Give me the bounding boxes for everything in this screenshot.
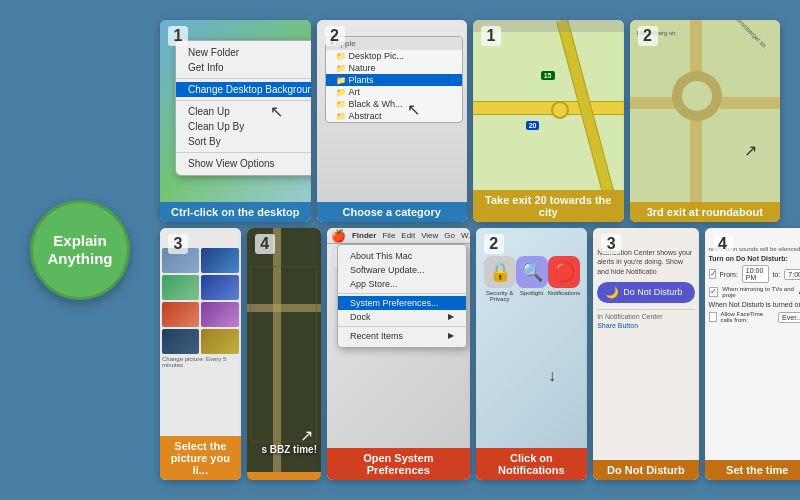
apple-app-store[interactable]: App Store... <box>338 277 466 291</box>
finder-item-3[interactable]: 📁 Art <box>326 86 463 98</box>
change-every-label: Change picture: Every 5 minutes <box>162 356 239 368</box>
cell-label-set-time: Set the time <box>705 460 800 480</box>
cell-notifications: 2 🔒 Security & Privacy 🔍 Spotlight <box>476 228 588 480</box>
cell-set-time: 4 notification sounds will be silenced. … <box>705 228 800 480</box>
menubar-w[interactable]: W... <box>461 231 470 240</box>
cell-label-bbq <box>247 472 321 480</box>
finder-item-1[interactable]: 📁 Nature <box>326 62 463 74</box>
map-sign-15: 15 <box>541 71 555 80</box>
cell-roundabout: Bromberger str. Häckelberg str. ↗ 2 3rd … <box>630 20 781 222</box>
spotlight-icon-item[interactable]: 🔍 Spotlight <box>516 256 548 302</box>
dnd-button[interactable]: 🌙 Do Not Disturb <box>597 282 694 303</box>
to-time-input[interactable]: 7:00 <box>784 269 800 280</box>
menu-sep3 <box>176 152 311 153</box>
from-time-input[interactable]: 10:00 PM <box>742 265 769 283</box>
facetime-option[interactable]: Ever... <box>778 312 800 323</box>
cell-map-exit: 15 20 1 Take exit 20 towards the city <box>473 20 624 222</box>
finder-item-0[interactable]: 📁 Desktop Pic... <box>326 50 463 62</box>
thumb-4[interactable] <box>201 275 238 300</box>
map-road-diag <box>556 20 620 217</box>
apple-sep2 <box>338 326 466 327</box>
menu-new-folder[interactable]: New Folder <box>176 45 311 60</box>
cell-dnd: 3 Notification Center shows your alerts … <box>593 228 698 480</box>
cell-number-5: 3 <box>168 234 188 254</box>
turnoff-label: When Not Disturb is turned on: <box>709 301 800 308</box>
apple-logo: 🍎 <box>331 229 346 243</box>
cursor-icon-5: ↓ <box>548 367 556 385</box>
cell-number-3: 1 <box>481 26 501 46</box>
menu-change-background[interactable]: Change Desktop Background... <box>176 82 311 97</box>
folder-icon: 📁 <box>336 52 346 61</box>
folder-icon-1: 📁 <box>336 64 346 73</box>
dnd-label: Turn on Do Not Disturb: <box>709 255 800 262</box>
explain-badge: Explain Anything <box>30 200 130 300</box>
finder-item-2[interactable]: 📁 Plants <box>326 74 463 86</box>
cell-number-6: 4 <box>255 234 275 254</box>
bbq-text: s BBZ time! <box>261 444 317 455</box>
menubar: 🍎 Finder File Edit View Go W... <box>327 228 470 244</box>
thumb-8[interactable] <box>201 329 238 354</box>
apple-recent[interactable]: Recent Items <box>338 329 466 343</box>
menubar-view[interactable]: View <box>421 231 438 240</box>
menu-get-info[interactable]: Get Info <box>176 60 311 75</box>
apple-about[interactable]: About This Mac <box>338 249 466 263</box>
map-road-h <box>473 101 624 115</box>
mirror-label: When mirroring to TVs and proje <box>722 286 800 298</box>
cell-number-10: 4 <box>713 234 733 254</box>
thumbnail-grid-inner <box>162 248 239 354</box>
cell-label-notifications: Click on Notifications <box>476 448 588 480</box>
cell-label-choose: Choose a category <box>317 202 468 222</box>
finder-item-5[interactable]: 📁 Abstract <box>326 110 463 122</box>
thumb-3[interactable] <box>162 275 199 300</box>
spotlight-label: Spotlight <box>520 290 543 296</box>
dnd-content: Notification Center shows your alerts in… <box>597 248 694 328</box>
thumb-7[interactable] <box>162 329 199 354</box>
thumb-6[interactable] <box>201 302 238 327</box>
apple-software-update[interactable]: Software Update... <box>338 263 466 277</box>
sat-block <box>250 266 317 442</box>
share-button[interactable]: Share Button <box>597 322 694 329</box>
spotlight-icon-circle: 🔍 <box>516 256 548 288</box>
facetime-checkbox[interactable] <box>709 312 717 322</box>
road-right <box>720 97 780 109</box>
cell-label-exit: Take exit 20 towards the city <box>473 190 624 222</box>
menu-view-options[interactable]: Show View Options <box>176 156 311 171</box>
roundabout-circle <box>672 71 722 121</box>
cell-satellite-bbq: 4 ↗ s BBZ time! <box>247 228 321 480</box>
notifications-icon-item[interactable]: 🔴 Notifications <box>548 256 581 302</box>
map-sign-20: 20 <box>526 121 540 130</box>
thumb-2[interactable] <box>201 248 238 273</box>
finder-item-4[interactable]: 📁 Black & Wh... <box>326 98 463 110</box>
context-menu: New Folder Get Info Change Desktop Backg… <box>175 40 311 176</box>
spotlight-icon: 🔍 <box>521 261 543 283</box>
cell-choose-category: 2 ▾ Apple 📁 Desktop Pic... 📁 Nature 📁 Pl… <box>317 20 468 222</box>
folder-icon-2: 📁 <box>336 76 346 85</box>
cell-label-roundabout: 3rd exit at roundabout <box>630 202 781 222</box>
top-row: 1 New Folder Get Info Change Desktop Bac… <box>160 20 780 222</box>
main-container: Explain Anything 1 New Folder Get Info C… <box>0 0 800 500</box>
street-label-1: Bromberger str. <box>735 20 768 50</box>
mirror-row: When mirroring to TVs and proje <box>709 286 800 298</box>
menu-clean-up[interactable]: Clean Up <box>176 104 311 119</box>
menubar-file[interactable]: File <box>382 231 395 240</box>
folder-icon-5: 📁 <box>336 112 346 121</box>
menu-clean-up-by[interactable]: Clean Up By <box>176 119 311 134</box>
notifications-icon-circle: 🔴 <box>548 256 580 288</box>
from-checkbox[interactable] <box>709 269 716 279</box>
cell-number-1: 1 <box>168 26 188 46</box>
menubar-go[interactable]: Go <box>444 231 455 240</box>
apple-sys-prefs[interactable]: System Preferences... <box>338 296 466 310</box>
menu-sort-by[interactable]: Sort By <box>176 134 311 149</box>
menubar-edit[interactable]: Edit <box>401 231 415 240</box>
cell-desktop: 1 New Folder Get Info Change Desktop Bac… <box>160 20 311 222</box>
folder-icon-4: 📁 <box>336 100 346 109</box>
to-label: to: <box>773 271 781 278</box>
mirror-checkbox[interactable] <box>709 287 719 297</box>
menubar-finder[interactable]: Finder <box>352 231 376 240</box>
thumbnail-grid: Change picture: Every 5 minutes <box>160 246 241 458</box>
cursor-icon-2: ↖ <box>407 100 420 119</box>
apple-dock[interactable]: Dock <box>338 310 466 324</box>
thumb-5[interactable] <box>162 302 199 327</box>
finder-panel: ▾ Apple 📁 Desktop Pic... 📁 Nature 📁 Plan… <box>325 36 464 123</box>
apple-menu: About This Mac Software Update... App St… <box>337 244 467 348</box>
